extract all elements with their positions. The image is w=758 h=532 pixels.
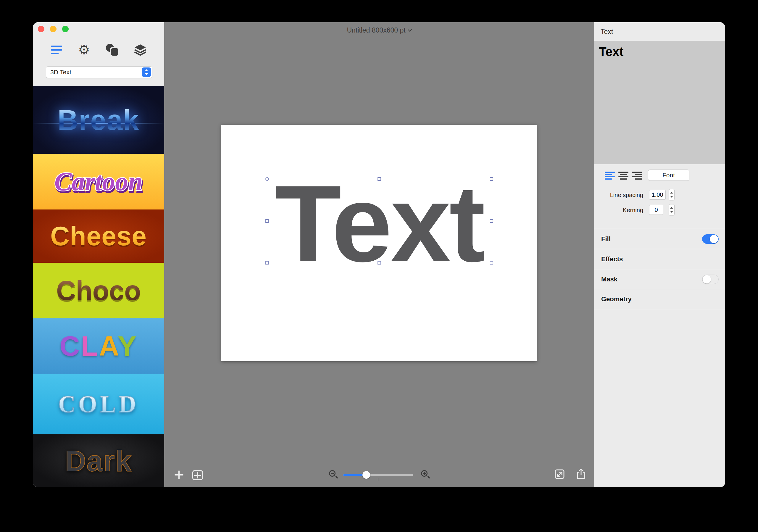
- templates-icon: [51, 46, 62, 54]
- share-icon: [575, 468, 587, 480]
- desktop-background: 3D Text Break Cartoon Cheese Choco: [0, 0, 758, 532]
- zoom-in-button[interactable]: [421, 470, 431, 479]
- line-spacing-label: Line spacing: [594, 192, 643, 198]
- sidebar: 3D Text Break Cartoon Cheese Choco: [33, 22, 164, 487]
- line-spacing-input[interactable]: 1.00: [649, 190, 666, 200]
- inspector-panel: Text Text Font Line spacing 1.00: [594, 22, 725, 487]
- expand-icon: [554, 468, 566, 480]
- inspector-header-title: Text: [601, 27, 613, 36]
- section-mask[interactable]: Mask: [594, 269, 725, 289]
- artboard[interactable]: Text: [221, 125, 537, 361]
- kerning-label: Kerning: [594, 207, 643, 214]
- zoom-slider-knob[interactable]: [362, 471, 370, 479]
- template-cold[interactable]: COLD: [33, 374, 164, 434]
- selection-handle-bottom-right[interactable]: [490, 261, 493, 265]
- section-geometry-label: Geometry: [601, 295, 632, 303]
- shapes-tab-button[interactable]: [104, 43, 121, 57]
- add-object-button[interactable]: [172, 468, 186, 481]
- templates-tab-button[interactable]: [48, 43, 65, 57]
- template-cheese[interactable]: Cheese: [33, 209, 164, 263]
- document-title[interactable]: Untitled 800x600 pt: [164, 26, 594, 34]
- enter-fullscreen-button[interactable]: [554, 468, 566, 480]
- stepper-up-icon: [670, 192, 673, 194]
- kerning-input[interactable]: 0: [649, 205, 663, 215]
- style-category-dropdown[interactable]: 3D Text: [46, 66, 153, 78]
- template-dark[interactable]: Dark: [33, 434, 164, 487]
- align-left-button[interactable]: [605, 172, 615, 180]
- share-button[interactable]: [575, 468, 587, 480]
- section-fill-label: Fill: [601, 235, 611, 243]
- section-effects-label: Effects: [601, 255, 623, 263]
- fill-toggle[interactable]: [702, 234, 719, 244]
- zoom-window-button[interactable]: [62, 26, 69, 32]
- template-clay-preview-text: CLAY: [59, 332, 137, 360]
- section-effects[interactable]: Effects: [594, 249, 725, 269]
- template-cartoon[interactable]: Cartoon: [33, 154, 164, 209]
- selection-handle-middle-left[interactable]: [265, 219, 269, 223]
- line-spacing-value: 1.00: [652, 192, 663, 198]
- settings-tab-button[interactable]: [76, 43, 92, 57]
- selection-handle-middle-right[interactable]: [490, 219, 493, 223]
- section-geometry[interactable]: Geometry: [594, 289, 725, 309]
- text-selection-box[interactable]: Text: [267, 179, 491, 263]
- stepper-down-icon: [670, 211, 673, 213]
- template-clay[interactable]: CLAY: [33, 318, 164, 374]
- template-choco[interactable]: Choco: [33, 263, 164, 318]
- selection-handle-bottom-left[interactable]: [265, 261, 269, 265]
- section-fill[interactable]: Fill: [594, 229, 725, 249]
- artboard-text[interactable]: Text: [267, 179, 491, 263]
- gear-icon: [78, 43, 90, 56]
- selection-handle-top-right[interactable]: [490, 177, 493, 181]
- template-choco-preview-text: Choco: [56, 277, 141, 304]
- close-window-button[interactable]: [38, 26, 44, 32]
- line-spacing-stepper[interactable]: [669, 189, 674, 200]
- template-cheese-preview-text: Cheese: [50, 223, 147, 249]
- sidebar-toolbar-area: 3D Text: [33, 22, 164, 86]
- section-mask-label: Mask: [601, 275, 617, 283]
- text-content-field[interactable]: Text: [594, 41, 725, 164]
- text-content-value[interactable]: Text: [599, 45, 623, 59]
- dropdown-stepper-icon: [142, 67, 151, 77]
- template-break[interactable]: Break: [33, 86, 164, 154]
- selection-handle-bottom-middle[interactable]: [378, 261, 381, 265]
- template-cartoon-preview-text: Cartoon: [54, 169, 143, 195]
- template-dark-preview-text: Dark: [65, 446, 132, 476]
- kerning-stepper[interactable]: [669, 204, 674, 215]
- zoom-out-button[interactable]: [329, 470, 339, 479]
- canvas-area: Untitled 800x600 pt Text: [164, 22, 594, 487]
- align-right-button[interactable]: [632, 172, 642, 180]
- inspector-header: Text: [594, 22, 725, 41]
- app-window: 3D Text Break Cartoon Cheese Choco: [33, 22, 725, 487]
- font-button-label: Font: [663, 172, 675, 179]
- template-list: Break Cartoon Cheese Choco CLAY COLD: [33, 86, 164, 487]
- template-cold-preview-text: COLD: [58, 392, 139, 416]
- document-title-text: Untitled 800x600 pt: [347, 26, 405, 34]
- shapes-icon: [105, 43, 119, 56]
- layers-icon: [133, 43, 147, 56]
- pages-button[interactable]: [192, 470, 203, 480]
- selection-handle-top-left[interactable]: [265, 177, 269, 181]
- style-category-dropdown-value: 3D Text: [50, 69, 71, 76]
- font-button[interactable]: Font: [648, 169, 689, 181]
- selection-handle-top-middle[interactable]: [378, 177, 381, 181]
- minimize-window-button[interactable]: [50, 26, 56, 32]
- layers-tab-button[interactable]: [132, 43, 149, 57]
- stepper-down-icon: [670, 196, 673, 198]
- stepper-up-icon: [670, 207, 673, 209]
- kerning-value: 0: [654, 206, 658, 213]
- zoom-slider[interactable]: [343, 474, 413, 476]
- mask-toggle[interactable]: [702, 274, 719, 284]
- template-break-preview-text: Break: [58, 106, 140, 134]
- zoom-slider-center-tick: [378, 478, 378, 481]
- chevron-down-icon: [408, 27, 412, 31]
- align-center-button[interactable]: [618, 172, 628, 180]
